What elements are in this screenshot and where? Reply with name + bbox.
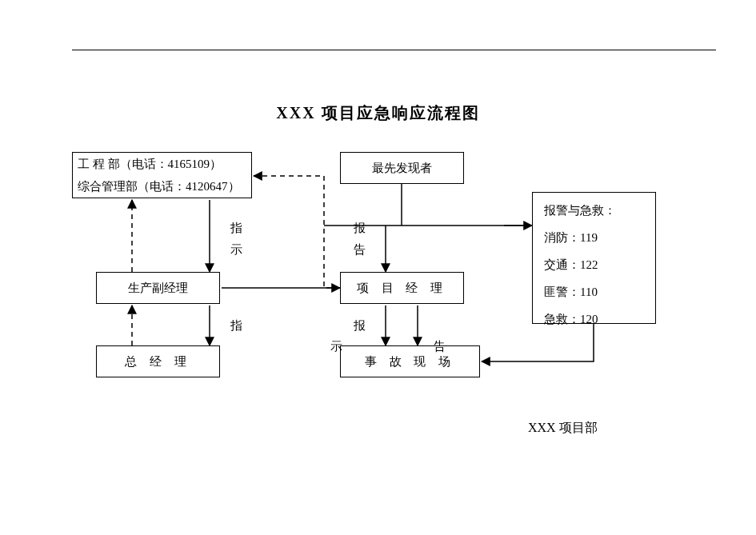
footer-signature: XXX 项目部	[528, 420, 598, 437]
diagram-canvas: 工 程 部（电话：4165109） 综合管理部（电话：4120647） 最先发现…	[0, 0, 756, 535]
edges-svg	[0, 0, 756, 535]
